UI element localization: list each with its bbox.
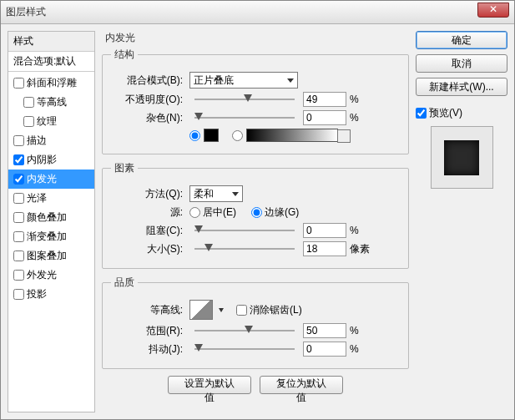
style-checkbox[interactable] — [23, 97, 34, 108]
style-checkbox[interactable] — [13, 78, 24, 89]
close-icon: ✕ — [489, 3, 497, 15]
contour-label: 等高线: — [111, 303, 186, 317]
source-label: 源: — [111, 205, 186, 220]
choke-slider[interactable] — [194, 223, 295, 238]
settings-panel: 内发光 结构 混合模式(B): 正片叠底 不透明度(O): % 杂色(N): — [102, 31, 409, 412]
style-item-1[interactable]: 等高线 — [8, 93, 94, 112]
close-button[interactable]: ✕ — [477, 3, 509, 18]
gradient-swatch[interactable] — [246, 129, 338, 142]
style-item-11[interactable]: 投影 — [8, 285, 94, 304]
make-default-button[interactable]: 设置为默认值 — [168, 376, 251, 394]
choke-label: 阻塞(C): — [111, 224, 186, 238]
technique-label: 方法(Q): — [111, 187, 186, 201]
jitter-label: 抖动(J): — [111, 342, 186, 357]
style-checkbox[interactable] — [13, 135, 24, 146]
window-title: 图层样式 — [6, 5, 46, 19]
quality-group: 品质 等高线: 消除锯齿(L) 范围(R): % 抖动(J): — [102, 276, 409, 369]
source-center-radio[interactable]: 居中(E) — [189, 205, 236, 220]
style-item-label: 投影 — [27, 287, 47, 301]
new-style-button[interactable]: 新建样式(W)... — [416, 78, 507, 96]
style-item-label: 光泽 — [27, 191, 47, 205]
source-edge-radio[interactable]: 边缘(G) — [251, 205, 299, 220]
style-checkbox[interactable] — [13, 212, 24, 223]
range-slider[interactable] — [194, 323, 295, 338]
blend-options-default[interactable]: 混合选项:默认 — [8, 52, 94, 72]
style-checkbox[interactable] — [13, 154, 24, 165]
style-item-6[interactable]: 光泽 — [8, 189, 94, 208]
style-item-label: 纹理 — [37, 114, 57, 129]
structure-group: 结构 混合模式(B): 正片叠底 不透明度(O): % 杂色(N): % — [102, 48, 409, 154]
noise-input[interactable] — [303, 110, 346, 125]
right-panel: 确定 取消 新建样式(W)... 预览(V) — [416, 31, 507, 412]
layer-style-dialog: 图层样式 ✕ 样式 混合选项:默认 斜面和浮雕等高线纹理描边内阴影内发光光泽颜色… — [0, 0, 515, 420]
style-checkbox[interactable] — [13, 174, 24, 185]
style-item-10[interactable]: 外发光 — [8, 266, 94, 285]
elements-group: 图素 方法(Q): 柔和 源: 居中(E) 边缘(G) 阻塞(C): % — [102, 161, 409, 269]
titlebar[interactable]: 图层样式 ✕ — [1, 1, 514, 24]
style-checkbox[interactable] — [13, 250, 24, 261]
blend-mode-combo[interactable]: 正片叠底 — [189, 72, 298, 89]
opacity-label: 不透明度(O): — [111, 93, 186, 107]
technique-combo[interactable]: 柔和 — [189, 185, 243, 202]
preview-canvas — [431, 126, 493, 189]
size-label: 大小(S): — [111, 242, 186, 256]
quality-legend: 品质 — [111, 276, 138, 290]
style-checkbox[interactable] — [13, 231, 24, 242]
jitter-input[interactable] — [303, 342, 346, 357]
style-checkbox[interactable] — [13, 193, 24, 204]
style-item-label: 描边 — [27, 134, 47, 148]
style-checkbox[interactable] — [13, 289, 24, 300]
style-item-label: 内发光 — [27, 172, 57, 186]
styles-panel: 样式 混合选项:默认 斜面和浮雕等高线纹理描边内阴影内发光光泽颜色叠加渐变叠加图… — [8, 31, 95, 412]
preview-swatch — [444, 140, 479, 175]
opacity-input[interactable] — [303, 92, 346, 107]
ok-button[interactable]: 确定 — [416, 31, 507, 49]
elements-legend: 图素 — [111, 161, 138, 175]
color-swatch[interactable] — [204, 129, 219, 142]
style-item-label: 外发光 — [27, 268, 57, 282]
contour-picker[interactable] — [189, 300, 213, 320]
style-item-label: 内阴影 — [27, 153, 57, 167]
antialias-checkbox[interactable]: 消除锯齿(L) — [236, 303, 302, 317]
style-checkbox[interactable] — [13, 270, 24, 281]
gradient-radio[interactable] — [232, 130, 243, 141]
panel-title: 内发光 — [102, 31, 409, 48]
style-item-5[interactable]: 内发光 — [8, 170, 94, 189]
preview-group: 预览(V) — [416, 106, 507, 189]
style-item-4[interactable]: 内阴影 — [8, 150, 94, 170]
noise-slider[interactable] — [194, 110, 295, 125]
choke-unit: % — [350, 225, 375, 236]
size-unit: 像素 — [350, 242, 375, 256]
style-item-9[interactable]: 图案叠加 — [8, 246, 94, 266]
opacity-slider[interactable] — [194, 92, 295, 107]
choke-input[interactable] — [303, 223, 346, 238]
size-input[interactable] — [303, 241, 346, 256]
styles-header[interactable]: 样式 — [8, 32, 94, 52]
blend-mode-label: 混合模式(B): — [111, 73, 186, 88]
color-radio[interactable] — [189, 130, 200, 141]
size-slider[interactable] — [194, 241, 295, 256]
chevron-down-icon — [219, 308, 224, 312]
style-item-2[interactable]: 纹理 — [8, 112, 94, 131]
jitter-slider[interactable] — [194, 342, 295, 357]
range-input[interactable] — [303, 323, 346, 338]
style-item-label: 图案叠加 — [27, 249, 67, 263]
style-item-3[interactable]: 描边 — [8, 131, 94, 150]
noise-label: 杂色(N): — [111, 111, 186, 125]
style-item-label: 颜色叠加 — [27, 210, 67, 225]
range-unit: % — [350, 325, 375, 337]
style-item-8[interactable]: 渐变叠加 — [8, 227, 94, 246]
style-item-7[interactable]: 颜色叠加 — [8, 208, 94, 227]
opacity-unit: % — [350, 94, 375, 105]
style-checkbox[interactable] — [23, 116, 34, 127]
jitter-unit: % — [350, 343, 375, 355]
reset-default-button[interactable]: 复位为默认值 — [260, 376, 343, 394]
style-item-0[interactable]: 斜面和浮雕 — [8, 73, 94, 93]
cancel-button[interactable]: 取消 — [416, 54, 507, 73]
style-item-label: 等高线 — [37, 95, 67, 109]
style-item-label: 渐变叠加 — [27, 230, 67, 244]
structure-legend: 结构 — [111, 48, 138, 62]
chevron-down-icon — [342, 134, 347, 138]
style-item-label: 斜面和浮雕 — [27, 76, 77, 90]
preview-checkbox[interactable]: 预览(V) — [416, 106, 462, 120]
